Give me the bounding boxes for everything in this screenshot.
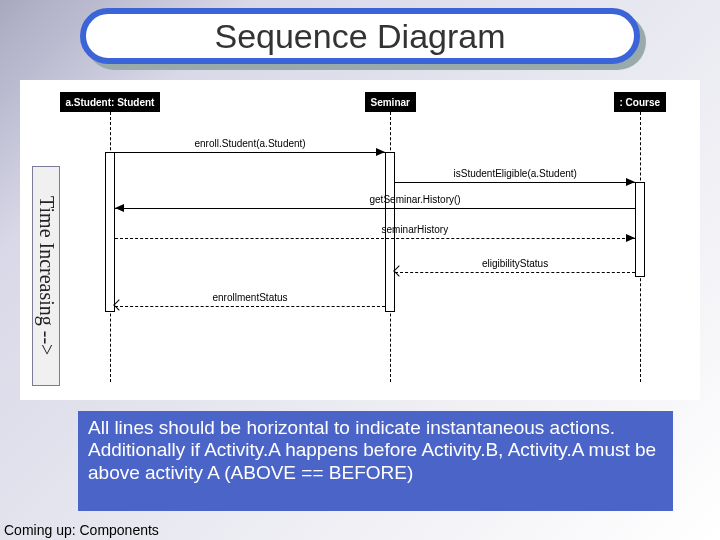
explanation-text: All lines should be horizontal to indica… xyxy=(88,417,663,484)
arrow-head-icon xyxy=(376,148,385,156)
slide-title: Sequence Diagram xyxy=(214,17,505,56)
message-label: enrollmentStatus xyxy=(213,292,288,303)
time-axis-label: Time Increasing --> xyxy=(35,196,58,355)
message-label: eligibilityStatus xyxy=(482,258,548,269)
arrow-head-icon xyxy=(115,204,124,212)
message-arrow xyxy=(115,306,385,307)
message-arrow xyxy=(395,182,635,183)
participant-course: : Course xyxy=(614,92,667,112)
arrow-head-icon xyxy=(626,178,635,186)
participant-seminar: Seminar xyxy=(365,92,416,112)
arrow-head-icon xyxy=(393,265,404,276)
message-label: isStudentEligible(a.Student) xyxy=(454,168,577,179)
title-bar: Sequence Diagram xyxy=(80,8,640,64)
participant-student: a.Student: Student xyxy=(60,92,161,112)
arrow-head-icon xyxy=(626,234,635,242)
message-label: enroll.Student(a.Student) xyxy=(195,138,306,149)
arrow-head-icon xyxy=(113,299,124,310)
time-axis-label-box: Time Increasing --> xyxy=(32,166,60,386)
message-arrow xyxy=(395,272,635,273)
activation-bar xyxy=(635,182,645,277)
message-label: getSeminar.History() xyxy=(370,194,461,205)
footer-coming-up: Coming up: Components xyxy=(4,522,159,538)
slide-title-container: Sequence Diagram xyxy=(80,8,640,64)
sequence-diagram-canvas: a.Student: StudentSeminar: Courseenroll.… xyxy=(20,80,700,400)
message-label: seminarHistory xyxy=(382,224,449,235)
message-arrow xyxy=(115,238,635,239)
message-arrow xyxy=(115,208,635,209)
explanation-note: All lines should be horizontal to indica… xyxy=(78,411,673,511)
activation-bar xyxy=(105,152,115,312)
message-arrow xyxy=(115,152,385,153)
